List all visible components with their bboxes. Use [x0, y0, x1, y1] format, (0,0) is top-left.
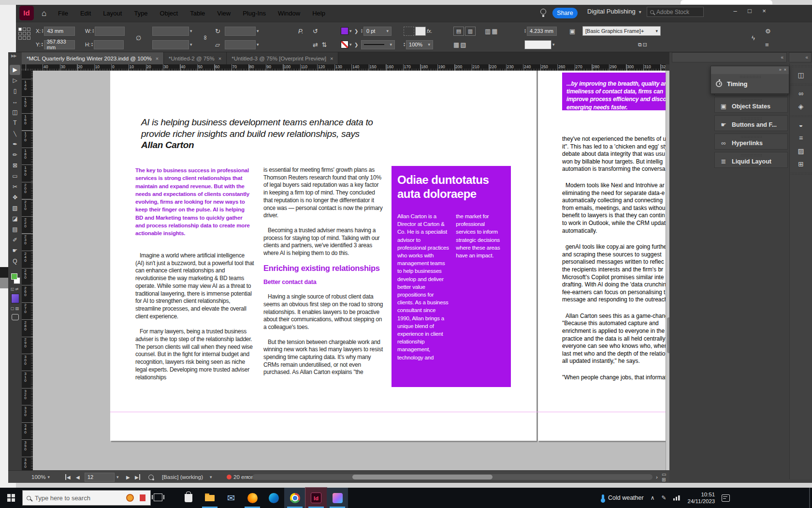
close-tab-icon[interactable]: ×: [330, 56, 333, 61]
panel-item-object-states[interactable]: ▣Object States: [714, 97, 788, 113]
corner-radius-stepper[interactable]: ▴▾: [524, 29, 526, 33]
fit-view-icons[interactable]: ▭ ⊞: [662, 471, 669, 483]
pencil-tool[interactable]: ✏: [10, 150, 20, 160]
share-button[interactable]: Share: [552, 8, 578, 18]
pen-tray-icon[interactable]: ✎: [661, 494, 666, 501]
taskbar-mail-icon[interactable]: ✉: [220, 488, 242, 508]
gradient-swatch-tool[interactable]: ▧: [10, 203, 20, 213]
stroke-weight-stepper[interactable]: ▴▾: [361, 29, 362, 33]
magenta-pullquote-frame[interactable]: ...by improving the breadth, quality ant…: [562, 73, 666, 110]
menu-object[interactable]: Object: [160, 10, 178, 17]
menu-table[interactable]: Table: [190, 10, 205, 17]
default-swap-swatches[interactable]: ◱ ⇄: [11, 287, 18, 291]
clock[interactable]: 10:5124/11/2023: [688, 491, 715, 505]
fill-swatch[interactable]: [341, 27, 348, 35]
document-tab-1[interactable]: *MCL Quarterly Briefing Winter 2023.indd…: [22, 52, 164, 64]
feature-box[interactable]: Odiae duntotatus auta doloraepe Allan Ca…: [392, 166, 511, 387]
taskbar-chrome-icon[interactable]: [284, 488, 305, 508]
preflight-profile-select[interactable]: [Basic] (working)▾: [162, 471, 212, 483]
stroke-type-select[interactable]: ▾: [361, 40, 395, 49]
document-canvas[interactable]: AI is helping business development teams…: [33, 71, 666, 470]
document-tab-3[interactable]: *Untitled-3 @ 75% [Overprint Preview]×: [227, 52, 338, 64]
workspace-switcher[interactable]: Digital Publishing▾: [587, 8, 641, 15]
text-wrap-icon-1[interactable]: ▤: [453, 27, 464, 36]
dock-collapse-button[interactable]: «: [672, 52, 787, 62]
close-button[interactable]: ×: [757, 5, 771, 17]
taskbar-creative-cloud-icon[interactable]: [327, 488, 348, 508]
preflight-icon[interactable]: [148, 471, 154, 483]
minimize-button[interactable]: –: [728, 5, 742, 17]
rotation-angle-field[interactable]: [225, 27, 256, 36]
menu-window[interactable]: Window: [278, 10, 300, 17]
h-field[interactable]: [94, 40, 124, 49]
zoom-level-select[interactable]: 100%▾: [31, 471, 50, 483]
text-column-2[interactable]: is essential for meeting firms' growth p…: [263, 166, 384, 376]
clear-overrides-icon[interactable]: ⊡: [643, 42, 647, 48]
panel-item-hyperlinks[interactable]: ∞Hyperlinks: [714, 134, 788, 149]
screen-mode-button[interactable]: [12, 314, 19, 320]
stroke-icon[interactable]: ≡: [790, 132, 812, 145]
apply-color-button[interactable]: [11, 294, 19, 303]
opacity-stepper[interactable]: ▴▾: [404, 42, 405, 47]
network-icon[interactable]: [673, 495, 680, 501]
scale-y-field[interactable]: [152, 40, 189, 49]
panel-item-liquid-layout[interactable]: ≣Liquid Layout: [714, 152, 788, 168]
taskbar-explorer-icon[interactable]: [199, 488, 220, 508]
rotate-icons[interactable]: ↺: [313, 25, 318, 37]
link-chain-icon[interactable]: ∞: [200, 35, 212, 40]
alarm-icon[interactable]: [126, 494, 134, 502]
effects-icon-2[interactable]: ▧: [460, 41, 466, 48]
menu-edit[interactable]: Edit: [80, 10, 91, 17]
taskbar-firefox-icon[interactable]: [242, 488, 263, 508]
fx-icon[interactable]: fx.: [427, 28, 433, 34]
taskbar-edge-icon[interactable]: [263, 488, 284, 508]
menu-plugins[interactable]: Plug-Ins: [243, 10, 266, 17]
direct-selection-tool[interactable]: ▷: [10, 75, 20, 86]
horizontal-scrollbar[interactable]: [252, 474, 652, 480]
zoom-tool[interactable]: Q: [10, 256, 20, 267]
free-transform-tool[interactable]: ✥: [10, 193, 20, 203]
type-tool[interactable]: T: [10, 118, 20, 128]
color-icon[interactable]: ◒: [790, 119, 812, 132]
hidden-icons-chevron[interactable]: ∧: [651, 494, 655, 501]
gap-tool[interactable]: ↔: [10, 97, 20, 107]
apply-none-gradient[interactable]: ▢ ▨: [11, 306, 19, 311]
icon-dock-collapse-button[interactable]: «: [789, 52, 812, 62]
distribute-icon-1[interactable]: ▥: [485, 28, 491, 35]
scroll-left-button[interactable]: ‹: [246, 471, 248, 483]
menu-view[interactable]: View: [217, 10, 231, 17]
notification-center-icon[interactable]: [722, 494, 730, 502]
page-tool[interactable]: ▯: [10, 86, 20, 96]
close-icon[interactable]: ×: [784, 67, 786, 72]
stroke-weight-select[interactable]: 0 pt▾: [363, 27, 392, 36]
effects-swatch-icon[interactable]: [415, 27, 426, 36]
maximize-button[interactable]: □: [742, 5, 757, 17]
quick-actions-lightning-icon[interactable]: ϟ: [752, 31, 755, 44]
gradient-feather-tool[interactable]: ◪: [10, 214, 20, 224]
w-stepper[interactable]: ▴▾: [92, 29, 94, 33]
weather-label[interactable]: Cold weather: [608, 494, 644, 501]
rectangle-tool[interactable]: ▭: [10, 171, 20, 181]
gear-icon[interactable]: ⚙: [765, 25, 771, 37]
stroke-flyout-icon[interactable]: ❯: [354, 38, 358, 51]
taskbar-store-icon[interactable]: [178, 488, 199, 508]
object-style-select[interactable]: [Basic Graphics Frame]+▾: [582, 26, 661, 36]
opacity-select[interactable]: 100%▾: [406, 40, 433, 49]
gradient-icon[interactable]: ▨: [790, 145, 812, 158]
horizontal-scrollbar-thumb[interactable]: [352, 475, 493, 479]
scissors-tool[interactable]: ✂: [10, 182, 20, 192]
p-icon[interactable]: P.: [298, 25, 304, 37]
last-page-button[interactable]: ▶: [135, 474, 140, 480]
gift-icon[interactable]: [139, 494, 145, 501]
previous-page-button[interactable]: ◀: [76, 471, 80, 483]
show-desktop-button[interactable]: [809, 488, 810, 508]
x-field[interactable]: 43 mm: [44, 27, 75, 36]
rotate-cw-icon[interactable]: ↻: [215, 25, 220, 37]
panel-item-buttons-and-f[interactable]: ☛Buttons and F...: [714, 115, 788, 131]
page-number-select[interactable]: 12▾: [85, 471, 119, 483]
start-button[interactable]: [0, 488, 22, 508]
effects-icon-1[interactable]: ▦: [453, 41, 459, 48]
next-page-button[interactable]: ▶: [126, 471, 130, 483]
panel-menu-icon[interactable]: ≡: [765, 38, 769, 51]
learn-lightbulb-icon[interactable]: [540, 9, 546, 15]
